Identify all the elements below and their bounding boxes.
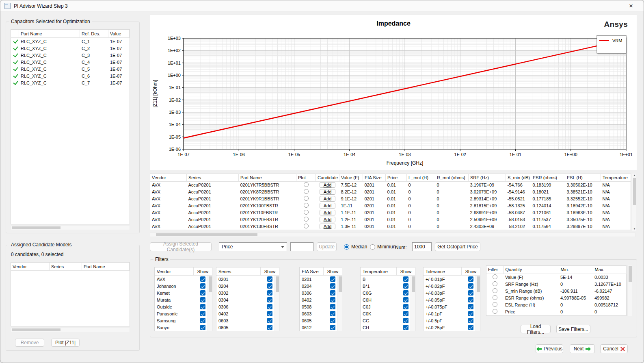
candidate-row[interactable]: AVXAccuP02010201YK7R5BBSTRAdd7.5E-120201…: [150, 182, 631, 189]
plot-checkbox[interactable]: [304, 203, 309, 208]
filter-item-row[interactable]: 0201: [216, 276, 279, 283]
scroll-down-arrow[interactable]: ▼: [632, 227, 637, 231]
capacitor-row[interactable]: RLC_XYZ_CC_21E-07: [11, 45, 130, 52]
filter-item-checkbox[interactable]: [403, 283, 408, 289]
filter-list-scrollbar[interactable]: [411, 276, 415, 331]
filter-item-row[interactable]: Outside: [155, 303, 212, 310]
filter-item-checkbox[interactable]: [200, 325, 205, 330]
filter-item-checkbox[interactable]: [330, 311, 335, 316]
filter-item-row[interactable]: +/-0.05pF: [424, 296, 480, 303]
update-button[interactable]: Update: [317, 242, 337, 251]
filter-item-row[interactable]: C0H: [361, 296, 415, 303]
scrollbar-thumb[interactable]: [412, 276, 415, 292]
range-filter-row[interactable]: S_min Range (dB)-106.911-6.02147: [486, 287, 626, 294]
previous-button[interactable]: Previous: [536, 344, 563, 353]
filter-item-row[interactable]: C0J: [361, 303, 415, 310]
scrollbar-thumb[interactable]: [12, 328, 61, 331]
filter-item-row[interactable]: +/-0.25pF: [424, 324, 480, 331]
next-button[interactable]: Next: [570, 344, 595, 353]
median-radio[interactable]: Median: [344, 244, 367, 250]
filter-item-row[interactable]: B: [361, 276, 415, 283]
filter-item-row[interactable]: +/-0.01pF: [424, 276, 480, 283]
filter-item-checkbox[interactable]: [468, 304, 473, 309]
filter-item-row[interactable]: 0805: [216, 324, 279, 331]
load-filters-button[interactable]: Load Filters...: [521, 325, 551, 333]
assign-selected-candidates-button[interactable]: Assign Selected Candidate(s): [150, 242, 212, 251]
filter-item-checkbox[interactable]: [200, 311, 205, 316]
range-filter-row[interactable]: Price00: [486, 308, 626, 315]
sort-value-input[interactable]: [290, 242, 313, 251]
minimum-radio[interactable]: Minimun: [370, 244, 395, 250]
filter-item-row[interactable]: C0K: [361, 310, 415, 317]
plot-checkbox[interactable]: [304, 182, 309, 187]
filter-item-row[interactable]: 0402: [300, 296, 342, 303]
filter-item-checkbox[interactable]: [330, 290, 335, 296]
scrollbar-thumb[interactable]: [12, 226, 61, 229]
filter-item-row[interactable]: 0306: [300, 289, 342, 296]
filter-item-row[interactable]: 0603: [300, 310, 342, 317]
filter-item-row[interactable]: 0306: [216, 303, 279, 310]
range-filter-row[interactable]: ESL Range (H)00.00518712: [486, 301, 626, 308]
add-candidate-button[interactable]: Add: [320, 224, 336, 229]
filter-item-row[interactable]: CH: [361, 324, 415, 331]
filter-item-row[interactable]: C0G: [361, 289, 415, 296]
range-filter-checkbox[interactable]: [493, 281, 497, 286]
filter-item-checkbox[interactable]: [200, 290, 205, 296]
filter-item-checkbox[interactable]: [330, 297, 335, 302]
candidates-table-vscrollbar[interactable]: ▲ ▼: [632, 174, 636, 231]
range-filter-row[interactable]: ESR Range (ohms)4.99788E-05499982: [486, 294, 626, 301]
filter-item-checkbox[interactable]: [267, 290, 272, 296]
filter-item-checkbox[interactable]: [267, 304, 272, 309]
filter-item-checkbox[interactable]: [468, 283, 473, 289]
filter-list-scrollbar[interactable]: [475, 276, 480, 331]
filter-item-row[interactable]: 0603: [216, 317, 279, 324]
filter-item-row[interactable]: Kemet: [155, 289, 212, 296]
filter-item-row[interactable]: 0612: [300, 324, 342, 331]
candidate-row[interactable]: AVXAccuP02010201YK120FBSTRAdd1.2E-110201…: [150, 216, 631, 223]
cancel-button[interactable]: Cancel: [600, 344, 628, 353]
filter-item-checkbox[interactable]: [267, 311, 272, 316]
filter-item-checkbox[interactable]: [403, 290, 408, 296]
filter-item-row[interactable]: 0201: [300, 276, 342, 283]
plot-checkbox[interactable]: [304, 224, 309, 228]
get-octopart-price-button[interactable]: Get Octopart Price: [435, 242, 480, 251]
plot-checkbox[interactable]: [304, 210, 309, 215]
filter-item-row[interactable]: Samsung: [155, 317, 212, 324]
filter-item-row[interactable]: B*1: [361, 283, 415, 289]
candidate-row[interactable]: AVXAccuP02010201YK8R2BBSTRAdd8.2E-120201…: [150, 189, 631, 196]
filter-item-row[interactable]: 0304: [216, 296, 279, 303]
scrollbar-thumb[interactable]: [156, 233, 257, 236]
filter-list-scrollbar[interactable]: [207, 276, 212, 331]
range-filter-checkbox[interactable]: [493, 288, 497, 293]
filter-item-checkbox[interactable]: [330, 283, 335, 289]
range-table-vscrollbar[interactable]: [627, 265, 632, 316]
capacitor-row[interactable]: RLC_XYZ_CC_71E-07: [11, 79, 130, 86]
range-filter-checkbox[interactable]: [493, 274, 497, 279]
filter-item-row[interactable]: 0508: [300, 303, 342, 310]
filter-item-checkbox[interactable]: [330, 304, 335, 309]
filter-item-row[interactable]: +/-0.075pF: [424, 303, 480, 310]
filter-item-row[interactable]: AVX: [155, 276, 212, 283]
add-candidate-button[interactable]: Add: [320, 203, 336, 209]
filter-item-row[interactable]: 0204: [216, 283, 279, 289]
add-candidate-button[interactable]: Add: [320, 196, 336, 202]
filter-item-checkbox[interactable]: [468, 290, 473, 296]
candidate-row[interactable]: AVXAccuP02010201YK130FBSTRAdd1.3E-110201…: [150, 223, 631, 230]
range-filter-checkbox[interactable]: [493, 295, 497, 300]
add-candidate-button[interactable]: Add: [320, 182, 336, 188]
filter-item-checkbox[interactable]: [200, 276, 205, 282]
add-candidate-button[interactable]: Add: [320, 210, 336, 215]
filter-item-row[interactable]: 0402: [216, 310, 279, 317]
filter-item-row[interactable]: 0204: [300, 283, 342, 289]
filter-item-checkbox[interactable]: [330, 325, 335, 330]
filter-item-row[interactable]: 0302: [216, 289, 279, 296]
filter-item-checkbox[interactable]: [200, 283, 205, 289]
filter-item-checkbox[interactable]: [330, 276, 335, 282]
range-filter-row[interactable]: Value (F)5E-140.0033: [486, 274, 626, 280]
filter-item-checkbox[interactable]: [468, 318, 473, 323]
remove-button[interactable]: Remove: [15, 339, 44, 347]
filter-item-row[interactable]: Johanson: [155, 283, 212, 289]
num-input[interactable]: [412, 242, 432, 251]
sort-by-select[interactable]: Price: [219, 242, 287, 251]
filter-item-checkbox[interactable]: [200, 297, 205, 302]
